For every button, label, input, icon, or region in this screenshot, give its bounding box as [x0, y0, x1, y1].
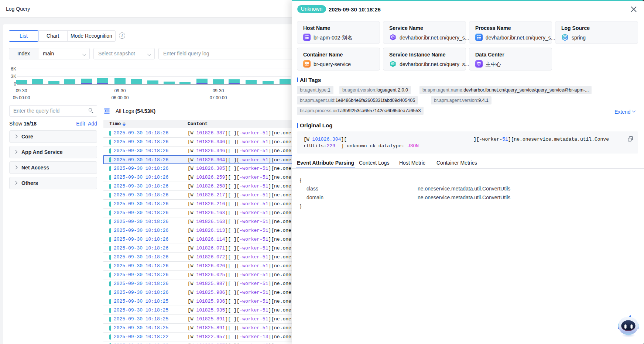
- svg-text:?: ?: [564, 35, 566, 39]
